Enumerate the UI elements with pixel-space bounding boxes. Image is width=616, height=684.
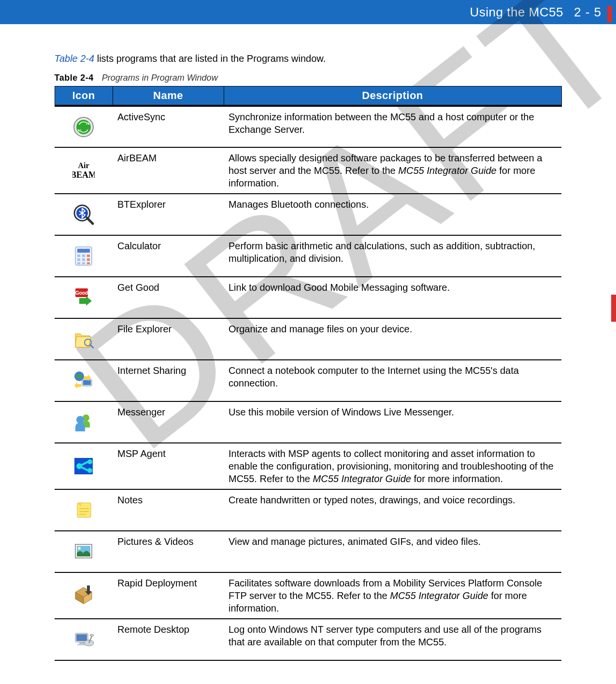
table-row: Rapid DeploymentFacilitates software dow… xyxy=(55,572,561,619)
description-text: Create handwritten or typed notes, drawi… xyxy=(229,495,516,505)
program-description: Connect a notebook computer to the Inter… xyxy=(224,360,561,401)
table-row: File ExplorerOrganize and manage files o… xyxy=(55,318,561,360)
remotedesktop-icon xyxy=(72,628,95,651)
program-name: Notes xyxy=(113,489,224,531)
table-row: AirBEAMAllows specially designed softwar… xyxy=(55,147,561,194)
program-name: AirBEAM xyxy=(113,147,224,194)
description-text: Use this mobile version of Windows Live … xyxy=(229,407,454,417)
description-text: Connect a notebook computer to the Inter… xyxy=(229,365,519,388)
table-row: CalculatorPerform basic arithmetic and c… xyxy=(55,235,561,277)
program-name: Calculator xyxy=(113,235,224,277)
program-description: View and manage pictures, animated GIFs,… xyxy=(224,531,561,572)
italic-reference: MC55 Integrator Guide xyxy=(313,473,411,484)
col-name: Name xyxy=(113,86,224,106)
italic-reference: MC55 Integrator Guide xyxy=(398,165,496,176)
program-name: ActiveSync xyxy=(113,106,224,147)
activesync-icon xyxy=(72,116,95,138)
program-name: File Explorer xyxy=(113,318,224,360)
program-description: Log onto Windows NT server type computer… xyxy=(224,619,561,660)
col-description: Description xyxy=(224,86,561,106)
icon-cell xyxy=(55,401,113,443)
header-section-title: Using the MC55 xyxy=(470,5,563,20)
fileexplorer-icon xyxy=(72,328,95,350)
program-description: Facilitates software downloads from a Mo… xyxy=(224,572,561,619)
intro-paragraph: Table 2-4 lists programs that are listed… xyxy=(55,53,562,64)
program-description: Organize and manage files on your device… xyxy=(224,318,561,360)
table-row: Remote DesktopLog onto Windows NT server… xyxy=(55,619,561,660)
mspagent-icon xyxy=(72,455,95,477)
page-header: Using the MC55 2 - 5 xyxy=(0,0,616,24)
header-page-number: 2 - 5 xyxy=(574,5,602,20)
table-caption-text: Programs in Program Window xyxy=(102,73,218,83)
program-description: Interacts with MSP agents to collect mon… xyxy=(224,443,561,489)
description-text: Log onto Windows NT server type computer… xyxy=(229,624,542,647)
icon-cell xyxy=(55,531,113,572)
table-header-row: Icon Name Description xyxy=(55,86,561,106)
table-row: Internet SharingConnect a notebook compu… xyxy=(55,360,561,401)
icon-cell xyxy=(55,572,113,619)
program-description: Create handwritten or typed notes, drawi… xyxy=(224,489,561,531)
calculator-icon xyxy=(72,245,95,267)
description-text: Synchronize information between the MC55… xyxy=(229,112,534,135)
program-description: Use this mobile version of Windows Live … xyxy=(224,401,561,443)
icon-cell xyxy=(55,235,113,277)
description-text: for more information. xyxy=(411,473,503,484)
icon-cell xyxy=(55,318,113,360)
rapiddeploy-icon xyxy=(72,584,95,607)
program-name: BTExplorer xyxy=(113,194,224,235)
table-row: Get GoodLink to download Good Mobile Mes… xyxy=(55,277,561,318)
icon-cell xyxy=(55,619,113,660)
red-tab-top xyxy=(607,6,612,22)
program-name: Get Good xyxy=(113,277,224,318)
program-name: Rapid Deployment xyxy=(113,572,224,619)
table-row: MessengerUse this mobile version of Wind… xyxy=(55,401,561,443)
table-row: Pictures & VideosView and manage picture… xyxy=(55,531,561,572)
programs-table: Icon Name Description ActiveSyncSynchron… xyxy=(55,86,562,661)
intro-text: lists programs that are listed in the Pr… xyxy=(94,53,326,64)
header-title-area: Using the MC55 2 - 5 xyxy=(470,0,616,24)
notes-icon xyxy=(72,499,95,521)
program-description: Synchronize information between the MC55… xyxy=(224,106,561,147)
pictures-icon xyxy=(72,541,95,563)
internetsharing-icon xyxy=(72,370,95,392)
program-description: Perform basic arithmetic and calculation… xyxy=(224,235,561,277)
btexplorer-icon xyxy=(72,203,95,226)
icon-cell xyxy=(55,147,113,194)
airbeam-icon xyxy=(72,159,95,182)
icon-cell xyxy=(55,360,113,401)
italic-reference: MC55 Integrator Guide xyxy=(390,590,488,601)
messenger-icon xyxy=(72,411,95,433)
description-text: Perform basic arithmetic and calculation… xyxy=(229,241,535,264)
red-tab-side xyxy=(611,295,616,322)
description-text: Manages Bluetooth connections. xyxy=(229,199,369,210)
icon-cell xyxy=(55,443,113,489)
table-caption-label: Table 2-4 xyxy=(55,73,94,83)
col-icon: Icon xyxy=(55,86,113,106)
description-text: Organize and manage files on your device… xyxy=(229,324,412,334)
icon-cell xyxy=(55,489,113,531)
table-row: MSP AgentInteracts with MSP agents to co… xyxy=(55,443,561,489)
program-name: Internet Sharing xyxy=(113,360,224,401)
intro-table-ref: Table 2-4 xyxy=(55,53,95,64)
program-name: MSP Agent xyxy=(113,443,224,489)
program-description: Allows specially designed software packa… xyxy=(224,147,561,194)
icon-cell xyxy=(55,106,113,147)
table-caption: Table 2-4 Programs in Program Window xyxy=(55,73,562,83)
program-name: Pictures & Videos xyxy=(113,531,224,572)
getgood-icon xyxy=(72,286,95,309)
program-description: Manages Bluetooth connections. xyxy=(224,194,561,235)
program-name: Remote Desktop xyxy=(113,619,224,660)
icon-cell xyxy=(55,194,113,235)
program-description: Link to download Good Mobile Messaging s… xyxy=(224,277,561,318)
description-text: View and manage pictures, animated GIFs,… xyxy=(229,536,481,547)
table-row: NotesCreate handwritten or typed notes, … xyxy=(55,489,561,531)
icon-cell xyxy=(55,277,113,318)
table-row: BTExplorerManages Bluetooth connections. xyxy=(55,194,561,235)
table-row: ActiveSyncSynchronize information betwee… xyxy=(55,106,561,147)
description-text: Link to download Good Mobile Messaging s… xyxy=(229,282,450,293)
program-name: Messenger xyxy=(113,401,224,443)
